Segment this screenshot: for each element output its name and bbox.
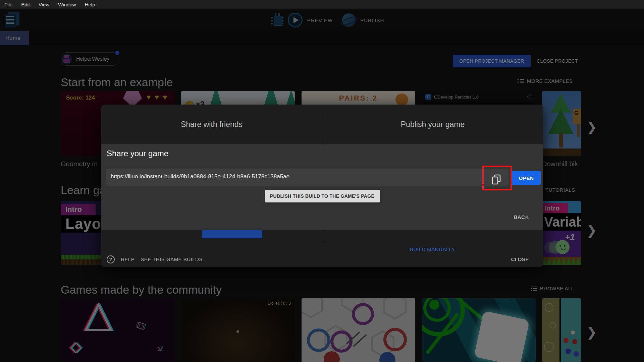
menu-file[interactable]: File: [0, 2, 17, 7]
column-divider: [322, 230, 322, 242]
help-button[interactable]: HELP: [121, 256, 135, 262]
panel-title: Share your game: [107, 149, 168, 158]
back-button[interactable]: BACK: [512, 214, 531, 220]
dialog-footer: ? HELP SEE THIS GAME BUILDS CLOSE: [101, 251, 543, 267]
open-url-button[interactable]: OPEN: [512, 171, 541, 185]
close-dialog-button[interactable]: CLOSE: [509, 256, 531, 262]
share-your-game-panel: Share your game OPEN PUBLISH THIS BUILD …: [101, 144, 543, 230]
window-menu-bar: File Edit View Window Help: [0, 0, 644, 9]
generate-link-button-sliver: [202, 230, 262, 238]
tab-share-with-friends[interactable]: Share with friends: [101, 105, 322, 144]
menu-edit[interactable]: Edit: [17, 2, 34, 7]
highlight-rectangle: [482, 166, 512, 190]
menu-help[interactable]: Help: [80, 2, 100, 7]
tab-divider: [322, 113, 322, 144]
build-url-input[interactable]: [106, 169, 486, 185]
menu-window[interactable]: Window: [54, 2, 80, 7]
see-game-builds-button[interactable]: SEE THIS GAME BUILDS: [141, 256, 203, 262]
build-url-field: [106, 169, 508, 185]
menu-view[interactable]: View: [34, 2, 54, 7]
share-dialog: Share with friends Publish your game Sha…: [101, 105, 543, 267]
tab-publish-your-game[interactable]: Publish your game: [322, 105, 543, 144]
publish-build-button[interactable]: PUBLISH THIS BUILD TO THE GAME'S PAGE: [265, 190, 380, 202]
help-icon[interactable]: ?: [107, 255, 115, 263]
